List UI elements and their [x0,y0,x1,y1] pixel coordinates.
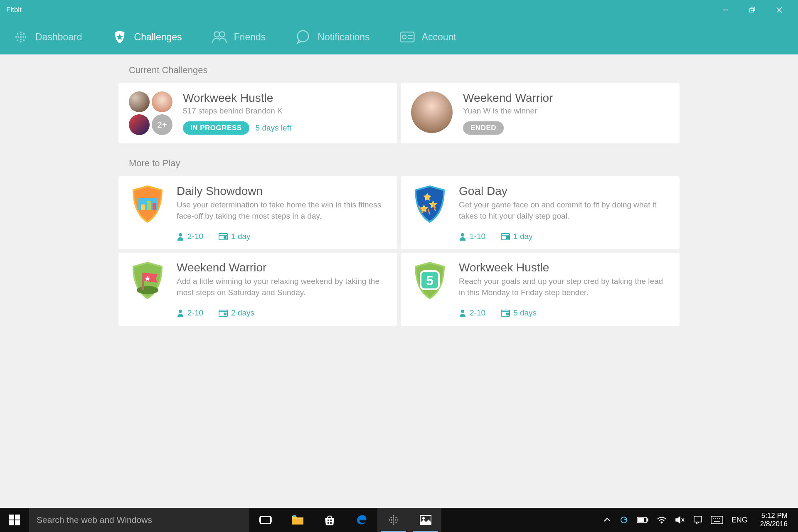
card-title: Daily Showdown [177,185,387,198]
duration-meta: 5 days [501,308,537,318]
tray-notifications-icon[interactable] [693,515,702,525]
svg-point-37 [137,286,158,294]
nav-label: Dashboard [35,32,82,43]
svg-point-10 [23,33,25,35]
challenge-card-more[interactable]: Weekend Warrior Add a little winning to … [118,253,397,326]
challenge-card-current[interactable]: 2+ Workweek Hustle 517 steps behind Bran… [118,83,397,143]
svg-point-74 [393,522,394,523]
start-button[interactable] [0,515,29,525]
svg-rect-60 [328,522,329,524]
tray-language[interactable]: ENG [732,516,748,525]
svg-rect-54 [259,518,261,522]
badge-icon [411,185,448,222]
svg-point-16 [20,34,22,35]
nav-label: Challenges [134,32,182,43]
card-title: Weekend Warrior [463,91,669,105]
card-subtitle: Yuan W is the winner [463,106,669,116]
svg-point-69 [395,522,397,523]
svg-point-13 [20,36,22,38]
duration-meta: 2 days [219,308,254,318]
taskbar-app-explorer[interactable] [281,508,313,532]
players-text: 2-10 [187,232,203,241]
card-desc: Get your game face on and commit to fit … [459,200,669,222]
challenge-card-more[interactable]: Goal Day Get your game face on and commi… [401,176,680,249]
svg-point-39 [179,310,182,313]
avatar-more: 2+ [152,114,172,135]
card-desc: Add a little winning to your relaxing we… [177,276,387,298]
svg-point-22 [402,35,406,39]
taskbar-search[interactable]: Search the web and Windows [29,508,249,532]
nav-notifications[interactable]: Notifications [295,29,369,45]
badge-icon [129,261,166,298]
tray-chevron-up-icon[interactable] [603,517,611,522]
card-subtitle: 517 steps behind Brandon K [183,106,387,116]
maximize-button[interactable] [744,4,761,16]
svg-rect-55 [271,518,272,522]
svg-rect-59 [330,520,332,521]
person-icon [177,232,184,241]
duration-text: 1 day [513,232,532,241]
svg-point-45 [461,310,464,313]
svg-rect-78 [647,519,648,521]
tray-sync-icon[interactable] [619,515,628,525]
tray-wifi-icon[interactable] [657,516,667,524]
tray-keyboard-icon[interactable] [711,516,723,524]
badge-icon: 5 [411,261,448,298]
account-icon [399,29,416,45]
window-titlebar: Fitbit [0,0,798,20]
card-title: Weekend Warrior [177,261,387,274]
taskbar-app-photos[interactable] [409,508,441,532]
svg-point-76 [422,517,425,520]
players-text: 1-10 [470,232,485,241]
clock-date: 2/8/2016 [760,520,788,528]
tray-volume-icon[interactable] [675,516,685,524]
windows-taskbar: Search the web and Windows ENG 5:12 [0,508,798,532]
window-controls [717,4,794,16]
nav-friends[interactable]: Friends [211,29,266,45]
svg-rect-83 [694,516,702,522]
taskbar-app-store[interactable] [313,508,345,532]
svg-rect-36 [506,236,508,239]
tray-battery-icon[interactable] [637,517,648,523]
taskbar-app-fitbit[interactable] [377,508,409,532]
svg-point-15 [22,36,24,38]
taskbar-app-taskview[interactable] [249,508,281,532]
nav-dashboard[interactable]: Dashboard [12,29,82,45]
svg-point-5 [20,32,22,33]
card-title: Goal Day [459,185,669,198]
svg-point-70 [393,520,394,521]
svg-rect-42 [224,313,226,315]
challenge-card-more[interactable]: Daily Showdown Use your determination to… [118,176,397,249]
friends-icon [211,29,228,45]
avatar [411,91,453,133]
svg-point-20 [298,31,309,42]
duration-text: 2 days [231,308,254,318]
calendar-icon [219,309,228,317]
calendar-icon [219,233,228,240]
section-title-current: Current Challenges [129,65,680,76]
nav-challenges[interactable]: Challenges [111,29,182,45]
nav-account[interactable]: Account [399,29,456,45]
taskbar-clock[interactable]: 5:12 PM 2/8/2016 [756,512,792,529]
players-meta: 2-10 [459,308,485,318]
svg-point-11 [17,39,19,41]
svg-rect-79 [638,518,644,522]
days-left: 5 days left [256,123,292,133]
status-badge: ENDED [463,121,504,135]
person-icon [459,309,466,317]
challenge-card-current[interactable]: Weekend Warrior Yuan W is the winner END… [401,83,680,143]
shield-icon [111,29,128,45]
window-title: Fitbit [4,6,22,14]
separator [211,308,211,318]
avatar [129,91,150,112]
svg-rect-2 [751,7,755,11]
challenge-card-more[interactable]: 5 Workweek Hustle Reach your goals and u… [401,253,680,326]
taskbar-app-edge[interactable] [345,508,377,532]
close-button[interactable] [771,4,788,16]
minimize-button[interactable] [717,4,734,16]
main-nav: Dashboard Challenges Friends Notificatio… [0,20,798,54]
content-area: Current Challenges 2+ Workweek Hustle 51… [0,54,798,508]
calendar-icon [501,233,510,240]
svg-rect-56 [292,519,303,525]
badge-icon [129,185,166,222]
